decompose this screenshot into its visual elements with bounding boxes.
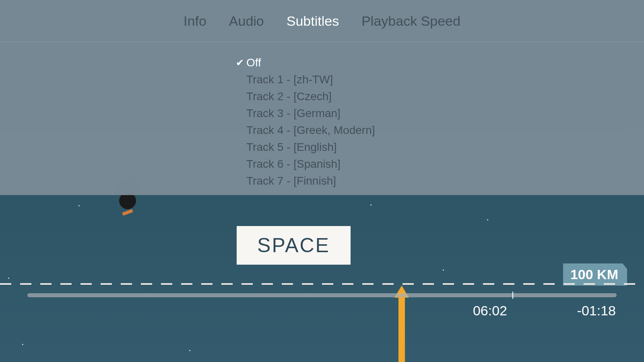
subtitle-option-label: Track 6 - [Spanish] [246,158,341,171]
subtitle-option-track-5[interactable]: Track 5 - [English] [236,139,644,156]
checkmark-icon: ✔ [236,57,246,68]
playback-options-panel: Info Audio Subtitles Playback Speed ✔ Of… [0,0,644,195]
subtitle-option-track-6[interactable]: Track 6 - [Spanish] [236,156,644,173]
star-decoration [22,344,23,345]
subtitle-option-label: Track 1 - [zh-TW] [246,73,333,86]
options-tab-bar: Info Audio Subtitles Playback Speed [0,0,644,42]
space-label-text: SPACE [257,234,330,257]
subtitle-option-label: Track 3 - [German] [246,107,341,120]
progress-track [27,293,617,297]
subtitle-option-track-4[interactable]: Track 4 - [Greek, Modern] [236,122,644,139]
subtitle-options-list: ✔ Off Track 1 - [zh-TW] Track 2 - [Czech… [0,42,644,189]
subtitle-option-label: Track 4 - [Greek, Modern] [246,124,375,137]
subtitle-option-label: Off [246,56,261,69]
distance-badge: 100 KM [563,263,627,286]
star-decoration [370,204,372,206]
star-decoration [189,350,190,351]
time-elapsed: 06:02 [473,303,507,319]
subtitle-option-track-3[interactable]: Track 3 - [German] [236,105,644,122]
subtitle-option-track-7[interactable]: Track 7 - [Finnish] [236,173,644,189]
subtitle-option-track-2[interactable]: Track 2 - [Czech] [236,88,644,105]
space-label-box: SPACE [237,226,351,265]
time-remaining: -01:18 [577,303,616,319]
star-decoration [8,278,9,279]
tab-info[interactable]: Info [184,13,206,29]
arrow-stem [398,296,405,362]
subtitle-option-off[interactable]: ✔ Off [236,54,644,71]
subtitle-option-label: Track 5 - [English] [246,141,337,154]
playback-progress-bar[interactable] [27,293,617,297]
karman-line [0,283,644,285]
tab-subtitles[interactable]: Subtitles [287,13,339,29]
star-decoration [487,219,488,220]
distance-badge-text: 100 KM [570,267,618,282]
star-decoration [443,269,444,271]
tab-playback-speed[interactable]: Playback Speed [361,13,460,29]
subtitle-option-label: Track 2 - [Czech] [246,90,332,103]
star-decoration [78,205,80,206]
subtitle-option-track-1[interactable]: Track 1 - [zh-TW] [236,71,644,88]
tab-audio[interactable]: Audio [229,13,264,29]
subtitle-option-label: Track 7 - [Finnish] [246,175,336,187]
progress-marker [512,292,513,299]
